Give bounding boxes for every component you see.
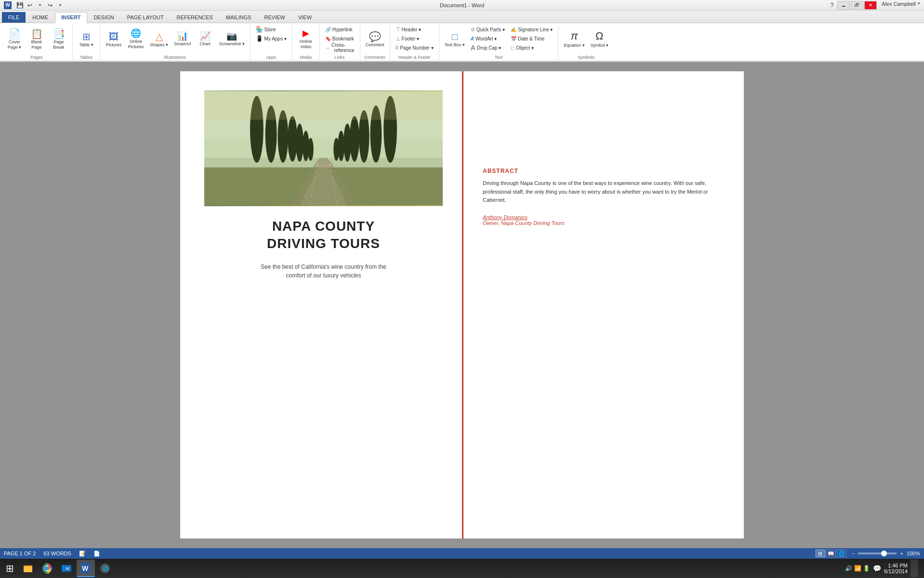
save-button[interactable]: 💾 (15, 1, 24, 10)
tab-mailings[interactable]: MAILINGS (220, 12, 258, 23)
pictures-button[interactable]: 🖼 Pictures (103, 25, 124, 53)
online-video-icon: ▶ (303, 28, 309, 39)
chrome-button[interactable] (38, 560, 56, 577)
pages-group-label: Pages (4, 54, 69, 60)
help-button[interactable]: ? (828, 1, 836, 10)
taskbar: ⊞ ✉ W 🌐 (0, 559, 924, 578)
object-button[interactable]: ◻ Object ▾ (508, 43, 555, 52)
notification-icon[interactable]: 💬 (873, 565, 881, 572)
file-explorer-button[interactable] (19, 560, 37, 577)
tab-insert[interactable]: INSERT (55, 12, 87, 23)
signature-line-button[interactable]: ✍ Signature Line ▾ (508, 25, 555, 34)
tab-view[interactable]: VIEW (292, 12, 318, 23)
tab-page-layout[interactable]: PAGE LAYOUT (121, 12, 170, 23)
svg-point-21 (333, 138, 339, 161)
store-icon: 🏪 (256, 26, 263, 33)
drop-cap-button[interactable]: A Drop Cap ▾ (468, 43, 507, 52)
my-apps-button[interactable]: 📱 My Apps ▾ (253, 34, 289, 43)
footer-button[interactable]: ⊥ Footer ▾ (393, 34, 436, 43)
tab-review[interactable]: REVIEW (258, 12, 291, 23)
hyperlink-button[interactable]: 🔗 Hyperlink (323, 25, 357, 34)
online-pictures-button[interactable]: 🌐 OnlinePictures (125, 25, 146, 53)
ribbon-group-header-footer: ⊤ Header ▾ ⊥ Footer ▾ # Page Number ▾ He… (390, 25, 439, 60)
online-video-button[interactable]: ▶ OnlineVideo (295, 25, 317, 53)
tab-file[interactable]: FILE (2, 12, 26, 23)
shapes-button[interactable]: △ Shapes ▾ (147, 25, 171, 53)
cross-reference-button[interactable]: ↔ Cross- reference (323, 43, 357, 52)
zoom-slider[interactable] (858, 552, 897, 554)
print-layout-button[interactable]: ⊞ (816, 550, 825, 557)
object-icon: ◻ (511, 45, 515, 51)
date-time-button[interactable]: 📅 Date & Time (508, 34, 555, 43)
tab-references[interactable]: REFERENCES (171, 12, 219, 23)
undo-dropdown[interactable]: ▾ (36, 1, 44, 10)
outlook-button[interactable]: ✉ (57, 560, 76, 577)
table-button[interactable]: ⊞ Table ▾ (76, 25, 97, 53)
media-group-label: Media (295, 54, 317, 60)
blank-page-label: BlankPage (31, 39, 42, 50)
restore-button[interactable]: 🗗 (851, 1, 863, 10)
word-taskbar-button[interactable]: W (77, 560, 95, 577)
cross-reference-icon: ↔ (325, 45, 330, 51)
hyperlink-icon: 🔗 (325, 27, 331, 32)
app5-button[interactable]: 🌐 (96, 560, 114, 577)
hyperlink-label: Hyperlink (332, 27, 353, 32)
header-button[interactable]: ⊤ Header ▾ (393, 25, 436, 34)
page-break-button[interactable]: 📑 PageBreak (48, 25, 69, 53)
wordart-label: WordArt ▾ (475, 36, 497, 41)
ribbon-group-comments: 💬 Comment Comments (360, 25, 390, 60)
web-layout-button[interactable]: 🌐 (837, 550, 846, 557)
signature-line-label: Signature Line ▾ (518, 27, 553, 32)
quick-parts-button[interactable]: ⚙ Quick Parts ▾ (468, 25, 507, 34)
draft-icon[interactable]: 📄 (93, 551, 100, 557)
bookmark-label: Bookmark (332, 36, 354, 41)
title-bar-left: W 💾 ↩ ▾ ↪ ▾ (4, 1, 65, 10)
smartart-button[interactable]: 📊 SmartArt (172, 25, 194, 53)
drop-cap-icon: A (471, 44, 475, 52)
window-controls: ? 🗕 🗗 ✕ Alex Campbell ▾ (828, 1, 920, 10)
redo-button[interactable]: ↪ (46, 1, 54, 10)
ribbon-group-symbols: π Equation ▾ Ω Symbol ▾ Symbols (558, 25, 614, 60)
cover-page-button[interactable]: 📄 CoverPage ▾ (4, 25, 25, 53)
shapes-label: Shapes ▾ (150, 42, 168, 48)
chart-label: Chart (200, 41, 211, 47)
ribbon-group-tables: ⊞ Table ▾ Tables (73, 25, 100, 60)
comment-button[interactable]: 💬 Comment (363, 25, 387, 53)
drop-cap-label: Drop Cap ▾ (477, 45, 502, 51)
zoom-slider-thumb[interactable] (881, 551, 887, 556)
online-pictures-icon: 🌐 (131, 28, 141, 39)
comments-group-label: Comments (363, 54, 387, 60)
zoom-level[interactable]: 100% (907, 551, 920, 556)
date-display: 8/12/2014 (884, 568, 908, 574)
bookmark-button[interactable]: 🔖 Bookmark (323, 34, 357, 43)
zoom-out-button[interactable]: − (850, 551, 856, 556)
equation-button[interactable]: π Equation ▾ (561, 25, 587, 53)
screenshot-icon: 📷 (226, 31, 237, 42)
shapes-icon: △ (156, 31, 163, 42)
close-button[interactable]: ✕ (864, 1, 877, 10)
full-reading-button[interactable]: 📖 (826, 550, 836, 557)
clock[interactable]: 1:46 PM 8/12/2014 (884, 563, 908, 574)
text-box-button[interactable]: □ Text Box ▾ (442, 25, 467, 53)
page-number-button[interactable]: # Page Number ▾ (393, 43, 436, 52)
start-button[interactable]: ⊞ (2, 560, 18, 577)
cross-reference-label: Cross- reference (331, 42, 355, 53)
user-dropdown[interactable]: ▾ (918, 1, 920, 10)
header-icon: ⊤ (396, 26, 400, 33)
svg-rect-26 (24, 565, 27, 567)
tab-design[interactable]: DESIGN (88, 12, 120, 23)
chart-button[interactable]: 📈 Chart (195, 25, 216, 53)
tab-home[interactable]: HOME (26, 12, 54, 23)
wordart-button[interactable]: A WordArt ▾ (468, 34, 507, 43)
symbol-button[interactable]: Ω Symbol ▾ (588, 25, 611, 53)
spell-check-icon[interactable]: 📝 (79, 551, 86, 557)
minimize-button[interactable]: 🗕 (837, 1, 850, 10)
store-button[interactable]: 🏪 Store (253, 25, 289, 34)
undo-button[interactable]: ↩ (26, 1, 34, 10)
show-desktop[interactable] (911, 560, 918, 577)
page-number-label: Page Number ▾ (400, 45, 433, 51)
blank-page-button[interactable]: 📋 BlankPage (26, 25, 47, 53)
screenshot-button[interactable]: 📷 Screenshot ▾ (217, 25, 247, 53)
customize-qat[interactable]: ▾ (56, 1, 65, 10)
zoom-in-button[interactable]: + (898, 551, 904, 556)
